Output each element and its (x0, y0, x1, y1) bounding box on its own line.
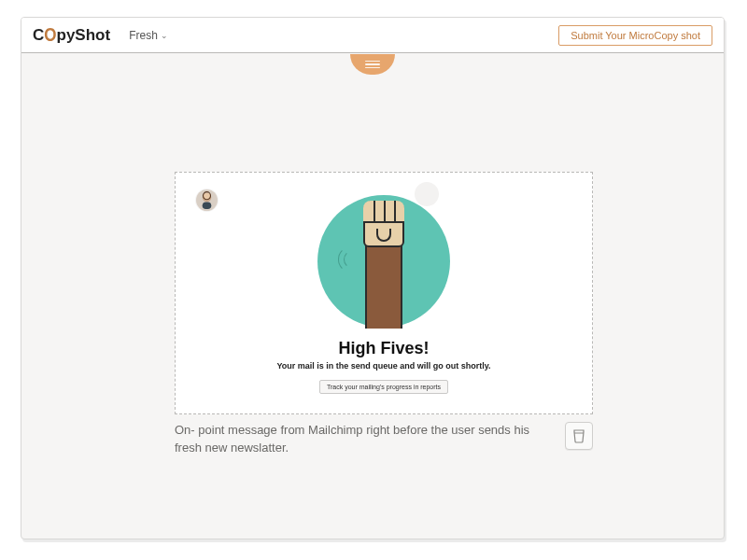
decorative-dot (415, 182, 439, 206)
logo-part: pyShot (57, 26, 111, 45)
app-window: COpyShot Fresh ⌄ Submit Your MicroCopy s… (21, 17, 725, 539)
brand-logo[interactable]: COpyShot (33, 26, 110, 45)
cup-icon (572, 428, 585, 443)
submit-microcopy-button[interactable]: Submit Your MicroCopy shot (558, 25, 712, 46)
hamburger-line (365, 61, 380, 63)
card-headline: High Fives! (176, 339, 592, 358)
caption-row: On- point message from Mailchimp right b… (175, 414, 593, 457)
shot-caption: On- point message from Mailchimp right b… (175, 422, 556, 457)
svg-rect-3 (203, 202, 212, 209)
arm-shape (365, 235, 402, 329)
high-five-illustration (317, 195, 450, 328)
logo-part-o: O (44, 24, 56, 46)
save-shot-button[interactable] (565, 422, 593, 450)
chevron-down-icon: ⌄ (161, 31, 168, 40)
shot-card-wrapper: High Fives! Your mail is in the send que… (175, 172, 593, 457)
hand-shape (363, 201, 404, 247)
nav-fresh-dropdown[interactable]: Fresh ⌄ (129, 29, 168, 42)
shot-card[interactable]: High Fives! Your mail is in the send que… (175, 172, 593, 414)
hamburger-line (365, 67, 380, 69)
card-subline: Your mail is in the send queue and will … (176, 361, 592, 371)
header-bar: COpyShot Fresh ⌄ Submit Your MicroCopy s… (21, 18, 724, 53)
author-avatar[interactable] (196, 189, 218, 211)
menu-pill-button[interactable] (350, 54, 395, 75)
nav-fresh-label: Fresh (129, 29, 158, 42)
hamburger-line (365, 63, 380, 65)
track-progress-button[interactable]: Track your mailing's progress in reports (319, 380, 448, 394)
motion-lines-icon (334, 245, 362, 273)
logo-part: C (33, 26, 44, 45)
